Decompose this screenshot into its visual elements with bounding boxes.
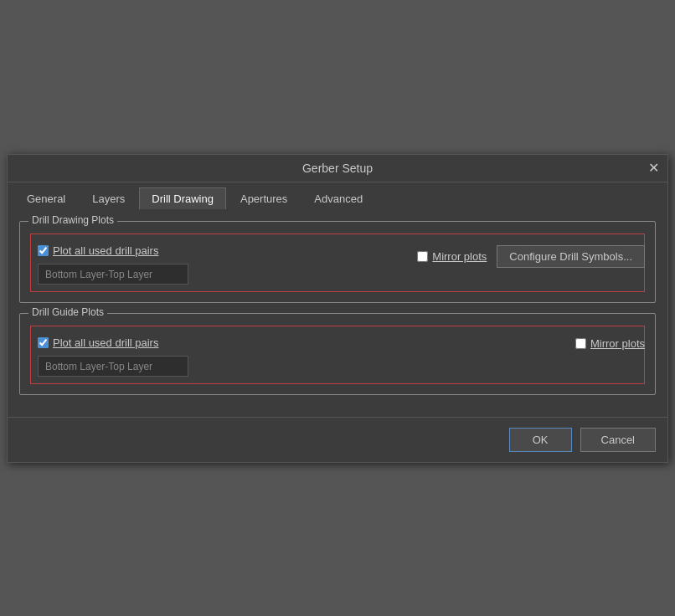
drill-drawing-mirror-plots-label[interactable]: Mirror plots: [417, 250, 487, 263]
drill-guide-mirror-plots-checkbox[interactable]: [575, 338, 586, 349]
guide-plot-all-drill-pairs-checkbox[interactable]: [38, 337, 49, 348]
tab-advanced[interactable]: Advanced: [301, 187, 375, 209]
guide-plot-all-drill-pairs-text: Plot all used drill pairs: [53, 336, 158, 349]
gerber-setup-dialog: Gerber Setup ✕ General Layers Drill Draw…: [7, 154, 668, 463]
drill-guide-row: Plot all used drill pairs: [38, 336, 637, 349]
drill-guide-mirror-plots-text: Mirror plots: [590, 337, 645, 350]
drill-drawing-plots-label: Drill Drawing Plots: [28, 214, 117, 226]
drill-drawing-layer-item: Bottom Layer-Top Layer: [45, 269, 152, 280]
close-button[interactable]: ✕: [646, 161, 661, 176]
ok-button[interactable]: OK: [509, 428, 572, 452]
drill-drawing-mirror-plots-checkbox[interactable]: [417, 251, 428, 262]
drill-drawing-plots-group: Drill Drawing Plots Plot all used drill …: [19, 221, 656, 303]
configure-drill-symbols-button[interactable]: Configure Drill Symbols...: [497, 245, 645, 268]
drill-guide-mirror-plots-label[interactable]: Mirror plots: [575, 337, 645, 350]
drill-guide-plots-group: Drill Guide Plots Plot all used drill pa…: [19, 313, 656, 395]
tab-content: Drill Drawing Plots Plot all used drill …: [8, 209, 667, 417]
tab-bar: General Layers Drill Drawing Apertures A…: [8, 182, 667, 209]
title-bar: Gerber Setup ✕: [8, 155, 667, 182]
dialog-title: Gerber Setup: [302, 162, 373, 175]
tab-general[interactable]: General: [14, 187, 78, 209]
drill-guide-layer-list: Bottom Layer-Top Layer: [38, 356, 188, 377]
plot-all-drill-pairs-checkbox[interactable]: [38, 245, 49, 256]
guide-plot-all-drill-pairs-label[interactable]: Plot all used drill pairs: [38, 336, 158, 349]
drill-drawing-layer-list: Bottom Layer-Top Layer: [38, 264, 188, 285]
tab-apertures[interactable]: Apertures: [228, 187, 300, 209]
tab-drill-drawing[interactable]: Drill Drawing: [139, 187, 226, 209]
drill-guide-plots-label: Drill Guide Plots: [28, 306, 107, 318]
dialog-footer: OK Cancel: [8, 417, 667, 462]
plot-all-drill-pairs-label[interactable]: Plot all used drill pairs: [38, 244, 158, 257]
drill-guide-layer-item: Bottom Layer-Top Layer: [45, 361, 152, 372]
drill-drawing-mirror-plots-text: Mirror plots: [432, 250, 487, 263]
cancel-button[interactable]: Cancel: [580, 428, 656, 452]
drill-guide-inner-box: Plot all used drill pairs Bottom Layer-T…: [30, 326, 645, 384]
plot-all-drill-pairs-text: Plot all used drill pairs: [53, 244, 158, 257]
tab-layers[interactable]: Layers: [80, 187, 137, 209]
